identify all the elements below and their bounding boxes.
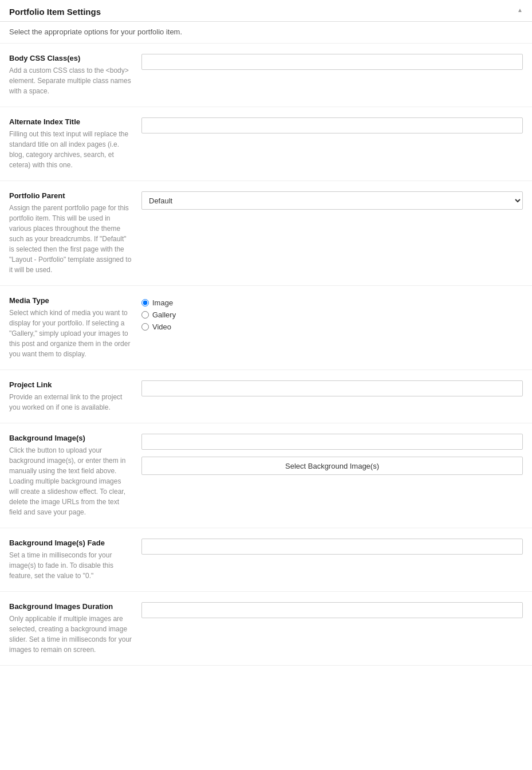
input-background-images-duration[interactable]: [141, 602, 523, 618]
section-label-background-images-fade: Background Image(s) Fade: [9, 539, 132, 547]
section-desc-portfolio-parent: Assign the parent portfolio page for thi…: [9, 203, 132, 275]
sections-container: Body CSS Class(es)Add a custom CSS class…: [0, 44, 532, 666]
radio-label-image: Image: [152, 298, 173, 307]
section-desc-body-css: Add a custom CSS class to the <body> ele…: [9, 65, 132, 96]
section-right-alt-index-title: [141, 117, 523, 170]
radio-gallery[interactable]: [141, 311, 149, 319]
section-left-background-images: Background Image(s)Click the button to u…: [9, 434, 132, 517]
section-left-body-css: Body CSS Class(es)Add a custom CSS class…: [9, 54, 132, 96]
radio-label-video: Video: [152, 323, 171, 331]
section-right-project-link: [141, 380, 523, 412]
section-left-portfolio-parent: Portfolio ParentAssign the parent portfo…: [9, 191, 132, 275]
radio-video[interactable]: [141, 323, 149, 331]
radio-image[interactable]: [141, 299, 149, 307]
section-media-type: Media TypeSelect which kind of media you…: [0, 286, 532, 370]
section-label-body-css: Body CSS Class(es): [9, 54, 132, 62]
section-background-images-duration: Background Images DurationOnly applicabl…: [0, 592, 532, 666]
section-right-body-css: [141, 54, 523, 96]
section-background-images: Background Image(s)Click the button to u…: [0, 423, 532, 528]
section-desc-project-link: Provide an external link to the project …: [9, 392, 132, 412]
section-label-media-type: Media Type: [9, 296, 132, 305]
section-label-background-images: Background Image(s): [9, 434, 132, 442]
section-label-portfolio-parent: Portfolio Parent: [9, 191, 132, 200]
button-background-images[interactable]: Select Background Image(s): [141, 457, 523, 475]
radio-label-gallery: Gallery: [152, 311, 176, 319]
page-title: Portfolio Item Settings: [9, 7, 101, 17]
section-body-css: Body CSS Class(es)Add a custom CSS class…: [0, 44, 532, 107]
section-left-background-images-fade: Background Image(s) FadeSet a time in mi…: [9, 539, 132, 581]
input-body-css[interactable]: [141, 54, 523, 70]
section-left-media-type: Media TypeSelect which kind of media you…: [9, 296, 132, 359]
section-right-background-images-fade: [141, 539, 523, 581]
select-portfolio-parent[interactable]: Default: [141, 191, 523, 210]
section-right-portfolio-parent: Default: [141, 191, 523, 275]
section-left-background-images-duration: Background Images DurationOnly applicabl…: [9, 602, 132, 655]
section-left-alt-index-title: Alternate Index TitleFilling out this te…: [9, 117, 132, 170]
radio-item-gallery[interactable]: Gallery: [141, 311, 523, 319]
section-background-images-fade: Background Image(s) FadeSet a time in mi…: [0, 528, 532, 592]
section-right-media-type: ImageGalleryVideo: [141, 296, 523, 359]
section-left-project-link: Project LinkProvide an external link to …: [9, 380, 132, 412]
section-portfolio-parent: Portfolio ParentAssign the parent portfo…: [0, 181, 532, 286]
section-desc-media-type: Select which kind of media you want to d…: [9, 308, 132, 359]
stack-background-images: Select Background Image(s): [141, 434, 523, 475]
section-right-background-images: Select Background Image(s): [141, 434, 523, 517]
page-header: Portfolio Item Settings ▲: [0, 0, 532, 22]
section-desc-background-images-duration: Only applicable if multiple images are s…: [9, 614, 132, 655]
section-alt-index-title: Alternate Index TitleFilling out this te…: [0, 107, 532, 181]
collapse-icon[interactable]: ▲: [517, 7, 523, 13]
input-alt-index-title[interactable]: [141, 117, 523, 133]
section-desc-background-images: Click the button to upload your backgrou…: [9, 445, 132, 517]
section-label-background-images-duration: Background Images Duration: [9, 602, 132, 611]
section-desc-background-images-fade: Set a time in milliseconds for your imag…: [9, 550, 132, 581]
page-container: Portfolio Item Settings ▲ Select the app…: [0, 0, 532, 770]
radio-item-image[interactable]: Image: [141, 298, 523, 307]
section-desc-alt-index-title: Filling out this text input will replace…: [9, 129, 132, 170]
radio-item-video[interactable]: Video: [141, 323, 523, 331]
section-right-background-images-duration: [141, 602, 523, 655]
input-project-link[interactable]: [141, 380, 523, 396]
input-background-images[interactable]: [141, 434, 523, 450]
page-subtitle: Select the appropriate options for your …: [0, 22, 532, 44]
section-project-link: Project LinkProvide an external link to …: [0, 370, 532, 423]
input-background-images-fade[interactable]: [141, 539, 523, 555]
section-label-alt-index-title: Alternate Index Title: [9, 117, 132, 126]
section-label-project-link: Project Link: [9, 380, 132, 389]
radio-group-media-type: ImageGalleryVideo: [141, 298, 523, 331]
